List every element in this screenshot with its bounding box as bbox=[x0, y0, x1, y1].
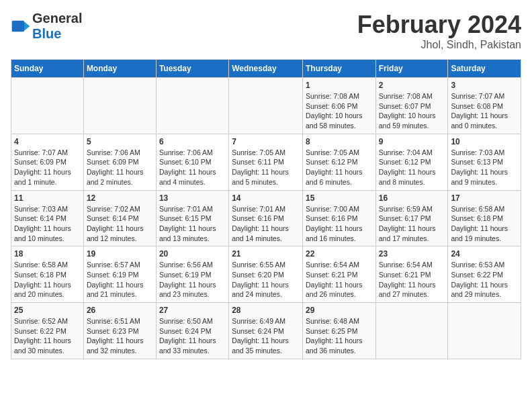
day-info: Sunrise: 7:06 AMSunset: 6:09 PMDaylight:… bbox=[87, 148, 153, 187]
calendar-cell: 11Sunrise: 7:03 AMSunset: 6:14 PMDayligh… bbox=[11, 190, 84, 246]
calendar-week-2: 4Sunrise: 7:07 AMSunset: 6:09 PMDaylight… bbox=[11, 134, 521, 190]
header-day-friday: Friday bbox=[375, 60, 448, 78]
calendar-cell bbox=[83, 78, 156, 134]
calendar-cell: 9Sunrise: 7:04 AMSunset: 6:12 PMDaylight… bbox=[375, 134, 448, 190]
day-info: Sunrise: 7:08 AMSunset: 6:07 PMDaylight:… bbox=[379, 91, 445, 131]
day-info: Sunrise: 7:03 AMSunset: 6:14 PMDaylight:… bbox=[14, 204, 81, 244]
header-day-tuesday: Tuesday bbox=[156, 60, 228, 78]
calendar-cell: 29Sunrise: 6:48 AMSunset: 6:25 PMDayligh… bbox=[302, 303, 375, 359]
day-number: 15 bbox=[306, 193, 373, 203]
day-info: Sunrise: 7:05 AMSunset: 6:11 PMDaylight:… bbox=[232, 148, 300, 187]
day-info: Sunrise: 6:50 AMSunset: 6:24 PMDaylight:… bbox=[159, 316, 226, 356]
day-number: 8 bbox=[306, 137, 373, 146]
day-number: 7 bbox=[232, 137, 300, 146]
day-number: 24 bbox=[451, 249, 518, 259]
day-info: Sunrise: 6:59 AMSunset: 6:17 PMDaylight:… bbox=[379, 204, 445, 244]
header-day-monday: Monday bbox=[83, 60, 156, 78]
day-number: 26 bbox=[87, 306, 153, 315]
day-info: Sunrise: 7:01 AMSunset: 6:15 PMDaylight:… bbox=[159, 204, 226, 244]
day-info: Sunrise: 6:51 AMSunset: 6:23 PMDaylight:… bbox=[87, 316, 153, 356]
calendar-cell bbox=[448, 303, 521, 359]
page-title: February 2024 bbox=[357, 11, 521, 39]
calendar-cell: 28Sunrise: 6:49 AMSunset: 6:24 PMDayligh… bbox=[229, 303, 303, 359]
calendar-cell: 7Sunrise: 7:05 AMSunset: 6:11 PMDaylight… bbox=[229, 134, 303, 190]
day-number: 29 bbox=[306, 306, 373, 315]
calendar-cell bbox=[11, 78, 84, 134]
day-number: 3 bbox=[451, 81, 518, 90]
day-info: Sunrise: 6:55 AMSunset: 6:20 PMDaylight:… bbox=[232, 260, 300, 300]
day-number: 10 bbox=[451, 137, 518, 146]
calendar-cell: 27Sunrise: 6:50 AMSunset: 6:24 PMDayligh… bbox=[156, 303, 228, 359]
calendar-cell: 16Sunrise: 6:59 AMSunset: 6:17 PMDayligh… bbox=[375, 190, 448, 246]
calendar-cell: 6Sunrise: 7:06 AMSunset: 6:10 PMDaylight… bbox=[156, 134, 228, 190]
calendar-cell: 12Sunrise: 7:02 AMSunset: 6:14 PMDayligh… bbox=[83, 190, 156, 246]
calendar-cell: 1Sunrise: 7:08 AMSunset: 6:06 PMDaylight… bbox=[302, 78, 375, 134]
logo-icon bbox=[11, 16, 31, 36]
day-number: 14 bbox=[232, 193, 300, 203]
logo: General Blue bbox=[11, 11, 82, 42]
day-number: 21 bbox=[232, 249, 300, 259]
day-number: 22 bbox=[306, 249, 373, 259]
day-info: Sunrise: 6:53 AMSunset: 6:22 PMDaylight:… bbox=[451, 260, 518, 300]
calendar-cell: 17Sunrise: 6:58 AMSunset: 6:18 PMDayligh… bbox=[448, 190, 521, 246]
day-info: Sunrise: 6:58 AMSunset: 6:18 PMDaylight:… bbox=[14, 260, 81, 300]
day-number: 16 bbox=[379, 193, 445, 203]
header-day-wednesday: Wednesday bbox=[229, 60, 303, 78]
calendar-cell: 14Sunrise: 7:01 AMSunset: 6:16 PMDayligh… bbox=[229, 190, 303, 246]
day-number: 1 bbox=[306, 81, 373, 90]
calendar-cell bbox=[375, 303, 448, 359]
logo-text: General Blue bbox=[32, 11, 82, 42]
day-info: Sunrise: 7:05 AMSunset: 6:12 PMDaylight:… bbox=[306, 148, 373, 187]
day-number: 2 bbox=[379, 81, 445, 90]
calendar-cell: 13Sunrise: 7:01 AMSunset: 6:15 PMDayligh… bbox=[156, 190, 228, 246]
calendar-table: SundayMondayTuesdayWednesdayThursdayFrid… bbox=[11, 59, 521, 359]
calendar-cell: 8Sunrise: 7:05 AMSunset: 6:12 PMDaylight… bbox=[302, 134, 375, 190]
day-number: 5 bbox=[87, 137, 153, 146]
calendar-cell: 25Sunrise: 6:52 AMSunset: 6:22 PMDayligh… bbox=[11, 303, 84, 359]
day-info: Sunrise: 6:54 AMSunset: 6:21 PMDaylight:… bbox=[379, 260, 445, 300]
svg-rect-0 bbox=[12, 21, 24, 32]
day-info: Sunrise: 6:49 AMSunset: 6:24 PMDaylight:… bbox=[232, 316, 300, 356]
day-info: Sunrise: 7:08 AMSunset: 6:06 PMDaylight:… bbox=[306, 91, 373, 131]
day-info: Sunrise: 6:48 AMSunset: 6:25 PMDaylight:… bbox=[306, 316, 373, 356]
day-info: Sunrise: 6:52 AMSunset: 6:22 PMDaylight:… bbox=[14, 316, 81, 356]
day-number: 9 bbox=[379, 137, 445, 146]
day-info: Sunrise: 7:03 AMSunset: 6:13 PMDaylight:… bbox=[451, 148, 518, 187]
calendar-cell: 15Sunrise: 7:00 AMSunset: 6:16 PMDayligh… bbox=[302, 190, 375, 246]
day-number: 28 bbox=[232, 306, 300, 315]
day-number: 20 bbox=[159, 249, 226, 259]
day-number: 23 bbox=[379, 249, 445, 259]
calendar-cell: 21Sunrise: 6:55 AMSunset: 6:20 PMDayligh… bbox=[229, 246, 303, 303]
day-info: Sunrise: 7:04 AMSunset: 6:12 PMDaylight:… bbox=[379, 148, 445, 187]
day-number: 25 bbox=[14, 306, 81, 315]
svg-marker-1 bbox=[24, 21, 30, 30]
day-number: 12 bbox=[87, 193, 153, 203]
calendar-cell: 5Sunrise: 7:06 AMSunset: 6:09 PMDaylight… bbox=[83, 134, 156, 190]
day-number: 11 bbox=[14, 193, 81, 203]
calendar-cell: 26Sunrise: 6:51 AMSunset: 6:23 PMDayligh… bbox=[83, 303, 156, 359]
calendar-week-4: 18Sunrise: 6:58 AMSunset: 6:18 PMDayligh… bbox=[11, 246, 521, 303]
day-number: 6 bbox=[159, 137, 226, 146]
calendar-body: 1Sunrise: 7:08 AMSunset: 6:06 PMDaylight… bbox=[11, 78, 521, 359]
calendar-cell: 24Sunrise: 6:53 AMSunset: 6:22 PMDayligh… bbox=[448, 246, 521, 303]
day-number: 27 bbox=[159, 306, 226, 315]
calendar-week-5: 25Sunrise: 6:52 AMSunset: 6:22 PMDayligh… bbox=[11, 303, 521, 359]
calendar-cell: 23Sunrise: 6:54 AMSunset: 6:21 PMDayligh… bbox=[375, 246, 448, 303]
calendar-cell: 18Sunrise: 6:58 AMSunset: 6:18 PMDayligh… bbox=[11, 246, 84, 303]
day-info: Sunrise: 7:06 AMSunset: 6:10 PMDaylight:… bbox=[159, 148, 226, 187]
calendar-cell bbox=[156, 78, 228, 134]
page-header: General Blue February 2024 Jhol, Sindh, … bbox=[11, 11, 521, 51]
header-day-sunday: Sunday bbox=[11, 60, 84, 78]
day-info: Sunrise: 7:07 AMSunset: 6:08 PMDaylight:… bbox=[451, 91, 518, 131]
day-info: Sunrise: 6:54 AMSunset: 6:21 PMDaylight:… bbox=[306, 260, 373, 300]
calendar-header-row: SundayMondayTuesdayWednesdayThursdayFrid… bbox=[11, 60, 521, 78]
calendar-cell: 4Sunrise: 7:07 AMSunset: 6:09 PMDaylight… bbox=[11, 134, 84, 190]
calendar-cell: 19Sunrise: 6:57 AMSunset: 6:19 PMDayligh… bbox=[83, 246, 156, 303]
calendar-cell bbox=[229, 78, 303, 134]
calendar-cell: 20Sunrise: 6:56 AMSunset: 6:19 PMDayligh… bbox=[156, 246, 228, 303]
day-number: 4 bbox=[14, 137, 81, 146]
day-info: Sunrise: 7:01 AMSunset: 6:16 PMDaylight:… bbox=[232, 204, 300, 244]
page-subtitle: Jhol, Sindh, Pakistan bbox=[357, 39, 521, 51]
title-block: February 2024 Jhol, Sindh, Pakistan bbox=[357, 11, 521, 51]
header-day-saturday: Saturday bbox=[448, 60, 521, 78]
